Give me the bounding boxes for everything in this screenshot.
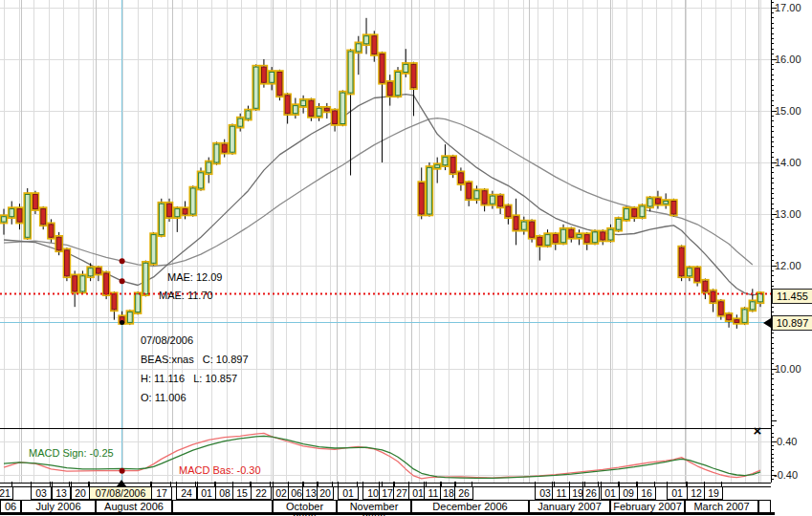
date-tick: 26 (454, 486, 473, 500)
date-tick: 20 (71, 486, 90, 500)
open-label: O: 11.006 (141, 392, 187, 403)
date-tick: 13 (52, 486, 71, 500)
close-icon[interactable]: × (750, 423, 765, 439)
date-tick: 03 (31, 486, 52, 500)
selected-date-marker-icon (117, 480, 126, 486)
stock-chart-window: MAE: 12.09 MAE: 11.70 07/08/2006 BEAS:xn… (0, 0, 812, 516)
month-label: January 2007 (529, 500, 610, 513)
month-label: December 2006 (411, 500, 529, 513)
date-tick: 15 (232, 486, 252, 500)
date-tick: 20 (317, 486, 334, 500)
ma-value-label-lower: MAE: 11.70 (159, 290, 213, 301)
price-axis-label: 10.00 (775, 363, 812, 375)
macd-panel[interactable] (0, 428, 771, 483)
month-label: February 2007 (610, 500, 685, 513)
month-label: 06 (0, 500, 21, 513)
ma-value-label-upper: MAE: 12.09 (167, 271, 222, 283)
month-label: August 2006 (96, 500, 172, 513)
date-tick: 22 (251, 486, 272, 500)
date-tick: 01 (338, 486, 359, 500)
date-tick: 01 (197, 486, 216, 500)
price-badge-crosshair: 10.897 (772, 315, 812, 331)
month-label: October 2006 (273, 500, 337, 513)
price-axis-label: 16.00 (775, 54, 812, 65)
date-tick: 21 (0, 486, 13, 500)
date-tick: 01 (667, 486, 688, 500)
axis-bottom-border (0, 512, 775, 515)
date-tick: 24 (176, 486, 197, 500)
macd-signal-label: MACD Sign: -0.25 (29, 447, 114, 459)
symbol-close-label: BEAS:xnas C: 10.897 (141, 354, 249, 365)
month-label (172, 500, 273, 513)
month-label: March 2007 (685, 500, 758, 513)
price-axis-label: 12.00 (775, 260, 812, 271)
price-marker-arrow-icon (763, 318, 771, 328)
date-tick: 12 (687, 486, 706, 500)
date-tick: 26 (582, 486, 600, 500)
month-label: July 2006 (21, 500, 96, 513)
date-tick: 08 (215, 486, 234, 500)
macd-axis-label: 0.40 (777, 436, 797, 447)
selected-date-label: 07/08/2006 (141, 334, 193, 346)
date-tick: 11 (552, 486, 571, 500)
date-tick: 09 (619, 486, 638, 500)
date-tick: 19 (704, 486, 723, 500)
date-tick: 17 (151, 486, 172, 500)
macd-axis-label: -0.40 (774, 469, 798, 481)
price-axis-label: 17.00 (775, 2, 812, 13)
price-axis-label: 14.00 (775, 157, 812, 168)
date-tick: 01 (601, 486, 620, 500)
date-tick: 16 (637, 486, 656, 500)
macd-base-label: MACD Bas: -0.30 (179, 464, 261, 476)
high-low-label: H: 11.116 L: 10.857 (141, 373, 237, 384)
price-axis-label: 13.00 (775, 208, 812, 220)
date-tick-selected[interactable]: 07/08/2006 (89, 486, 152, 500)
price-axis-label: 15.00 (775, 105, 812, 117)
price-panel[interactable] (0, 0, 771, 428)
price-badge-last: 11.455 (772, 289, 812, 304)
month-label: November 2006 (337, 500, 411, 513)
month-label (758, 500, 771, 513)
